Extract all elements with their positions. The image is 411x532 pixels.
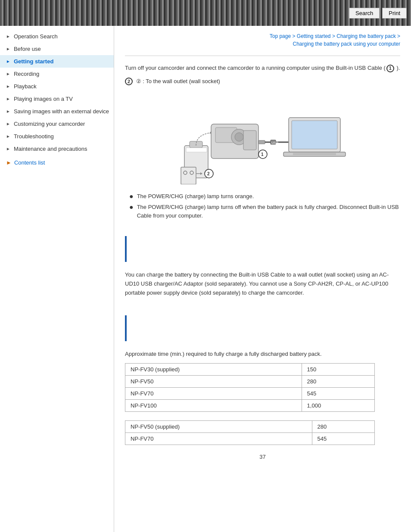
sidebar-item-troubleshooting[interactable]: ► Troubleshooting [0,130,114,143]
sidebar-item-getting-started[interactable]: ► Getting started [0,55,114,68]
model-cell: NP-FV70 [125,388,302,400]
model-cell: NP-FV50 (supplied) [125,421,312,433]
model-cell: NP-FV50 [125,376,302,388]
table-row: NP-FV70545 [125,388,375,400]
svg-text:1: 1 [261,152,264,157]
divider [125,56,400,56]
breadcrumb-charging-computer[interactable]: Charging the battery pack using your com… [293,41,400,47]
charge-time-table-2: NP-FV50 (supplied)280NP-FV70545 [125,420,375,445]
time-cell: 280 [302,376,374,388]
breadcrumb: Top page > Getting started > Charging th… [125,32,400,48]
arrow-icon: ► [6,109,10,114]
search-button[interactable]: Search [349,8,380,19]
svg-rect-9 [258,140,265,144]
sidebar-label-before-use: Before use [14,46,41,52]
model-cell: NP-FV100 [125,400,302,412]
arrow-icon: ► [6,72,10,76]
svg-rect-2 [186,148,207,152]
table-row: NP-FV70545 [125,433,375,445]
breadcrumb-top[interactable]: Top page [270,33,291,39]
sidebar-item-saving-images[interactable]: ► Saving images with an external device [0,105,114,118]
instruction-text: Turn off your camcorder and connect the … [125,64,400,73]
breadcrumb-charging[interactable]: Charging the battery pack [336,33,395,39]
contents-list-link[interactable]: ► Contents list [0,155,114,170]
note-accent-bar-2 [125,307,400,345]
time-cell: 545 [312,433,375,445]
time-cell: 1,000 [302,400,374,412]
sidebar-label-troubleshooting: Troubleshooting [14,133,54,140]
sidebar-label-playing-images-on-tv: Playing images on a TV [14,96,73,102]
sidebar-item-customizing-camcorder[interactable]: ► Customizing your camcorder [0,118,114,130]
sidebar-label-customizing-camcorder: Customizing your camcorder [14,121,85,127]
breadcrumb-getting-started[interactable]: Getting started [297,33,331,39]
charge-time-table-1: NP-FV30 (supplied)150NP-FV50280NP-FV7054… [125,363,375,412]
arrow-icon: ► [6,59,10,64]
bullet-list: ● The POWER/CHG (charge) lamp turns oran… [129,192,400,220]
arrow-icon: ► [6,34,10,39]
note-section: You can charge the battery by connecting… [125,271,400,297]
page-header: Search Print [0,0,411,26]
svg-rect-20 [181,167,196,184]
svg-point-7 [235,133,243,141]
connection-diagram: USB 1 2 [177,94,349,184]
sidebar-label-maintenance: Maintenance and precautions [14,146,87,152]
sidebar-label-getting-started: Getting started [14,58,53,65]
time-cell: 280 [312,421,375,433]
svg-rect-13 [292,121,337,149]
arrow-icon: ► [6,84,10,89]
arrow-icon: ► [6,146,10,151]
table-row: NP-FV50 (supplied)280 [125,421,375,433]
model-cell: NP-FV30 (supplied) [125,364,302,376]
sidebar-label-operation-search: Operation Search [14,33,58,40]
bullet-item-1: ● The POWER/CHG (charge) lamp turns oran… [129,192,400,201]
sidebar-item-before-use[interactable]: ► Before use [0,43,114,55]
svg-rect-15 [293,153,336,155]
bullet-dot: ● [129,204,134,211]
sidebar-label-saving-images: Saving images with an external device [14,108,109,115]
sidebar-item-maintenance[interactable]: ► Maintenance and precautions [0,143,114,155]
contents-list-arrow-icon: ► [6,159,12,166]
arrow-icon: ► [6,96,10,101]
svg-rect-8 [243,131,256,150]
svg-text:2: 2 [207,171,210,176]
arrow-icon: ► [6,134,10,139]
main-content: Top page > Getting started > Charging th… [114,26,411,532]
sidebar-item-operation-search[interactable]: ► Operation Search [0,30,114,43]
blue-accent-bar-2 [125,315,127,341]
sidebar-label-playback: Playback [14,83,37,90]
sidebar-item-playback[interactable]: ► Playback [0,80,114,93]
time-cell: 545 [302,388,374,400]
blue-accent-bar [125,236,127,262]
contents-list-label: Contents list [14,159,45,166]
arrow-icon: ► [6,47,10,51]
svg-text:USB: USB [271,141,278,145]
page-number: 37 [125,454,400,460]
sidebar-item-recording[interactable]: ► Recording [0,68,114,80]
wall-outlet-note: 2 ② : To the wall outlet (wall socket) [125,77,400,86]
table-row: NP-FV1001,000 [125,400,375,412]
table-row: NP-FV50280 [125,376,375,388]
sidebar-item-playing-images-on-tv[interactable]: ► Playing images on a TV [0,93,114,105]
time-cell: 150 [302,364,374,376]
bullet-item-2: ● The POWER/CHG (charge) lamp turns off … [129,203,400,220]
model-cell: NP-FV70 [125,433,312,445]
print-button[interactable]: Print [382,8,407,19]
charge-time-desc: Approximate time (min.) required to full… [125,350,400,359]
sidebar-label-recording: Recording [14,71,39,77]
sidebar: ► Operation Search ► Before use ► Gettin… [0,26,114,532]
diagram-area: USB 1 2 [125,94,400,184]
arrow-icon: ► [6,121,10,126]
bullet-dot: ● [129,193,134,200]
note-accent-bar-1 [125,227,400,266]
table-row: NP-FV30 (supplied)150 [125,364,375,376]
